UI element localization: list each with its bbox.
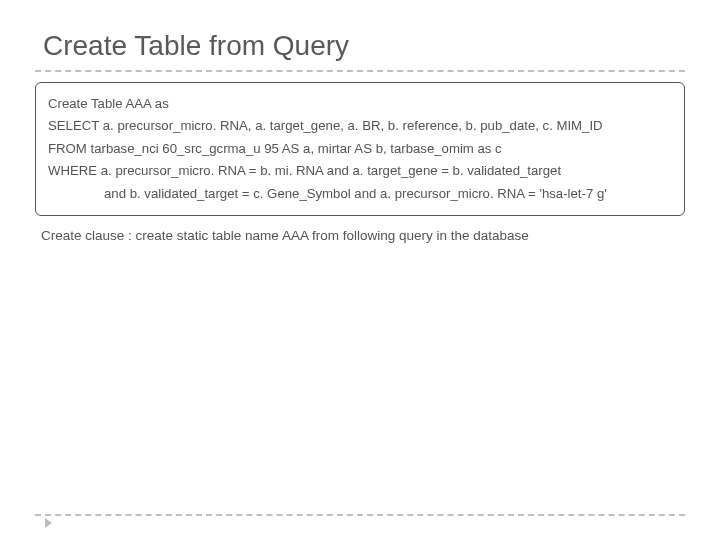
description-text: Create clause : create static table name… [35,228,685,243]
sql-code-box: Create Table AAA as SELECT a. precursor_… [35,82,685,216]
slide: Create Table from Query Create Table AAA… [0,0,720,540]
triangle-bullet-icon [45,518,52,528]
page-title: Create Table from Query [35,30,685,62]
sql-line-from: FROM tarbase_nci 60_src_gcrma_u 95 AS a,… [48,138,672,160]
footer-divider [35,514,685,516]
footer [35,514,685,516]
sql-line-select: SELECT a. precursor_micro. RNA, a. targe… [48,115,672,137]
sql-line-where-cont: and b. validated_target = c. Gene_Symbol… [48,183,672,205]
sql-line-where: WHERE a. precursor_micro. RNA = b. mi. R… [48,160,672,182]
title-divider [35,70,685,72]
sql-line-create: Create Table AAA as [48,93,672,115]
